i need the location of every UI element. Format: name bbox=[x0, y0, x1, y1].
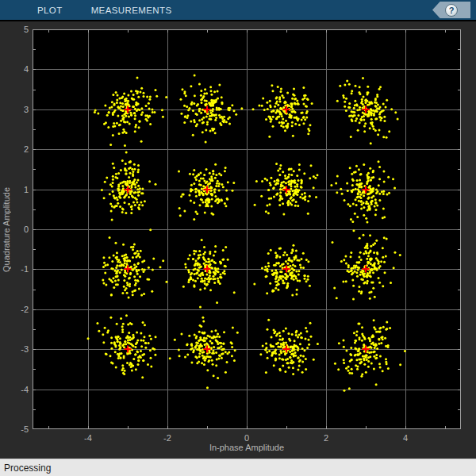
status-text: Processing bbox=[4, 463, 51, 474]
figure-area: Quadrature Amplitude In-phase Amplitude … bbox=[0, 23, 476, 459]
constellation-plot[interactable] bbox=[33, 29, 461, 429]
y-tick-label: 2 bbox=[11, 144, 29, 154]
tab-plot[interactable]: PLOT bbox=[37, 6, 63, 15]
y-tick-label: -5 bbox=[11, 424, 29, 434]
y-tick-label: 3 bbox=[11, 105, 29, 114]
x-tick-label: 0 bbox=[231, 433, 263, 443]
y-tick-label: -1 bbox=[11, 264, 29, 274]
x-tick-label: -4 bbox=[72, 433, 104, 443]
y-tick-label: 4 bbox=[11, 64, 29, 74]
y-tick-label: -2 bbox=[11, 305, 29, 314]
x-tick-label: 2 bbox=[310, 433, 342, 443]
help-button[interactable]: ? bbox=[432, 2, 470, 18]
x-tick-label: -2 bbox=[152, 433, 183, 443]
y-tick-label: 1 bbox=[11, 185, 29, 194]
x-tick-label: 4 bbox=[390, 433, 421, 443]
x-axis-label: In-phase Amplitude bbox=[33, 443, 461, 452]
y-tick-label: -4 bbox=[11, 385, 29, 394]
y-tick-label: 5 bbox=[11, 25, 29, 34]
constellation-diagram-window: PLOT MEASUREMENTS ? Quadrature Amplitude… bbox=[0, 0, 476, 476]
tab-measurements[interactable]: MEASUREMENTS bbox=[91, 6, 172, 15]
help-icon: ? bbox=[445, 4, 458, 17]
status-bar: Processing bbox=[0, 459, 476, 476]
toolstrip: PLOT MEASUREMENTS ? bbox=[0, 0, 476, 21]
y-tick-label: 0 bbox=[11, 225, 29, 234]
y-tick-label: -3 bbox=[11, 344, 29, 354]
